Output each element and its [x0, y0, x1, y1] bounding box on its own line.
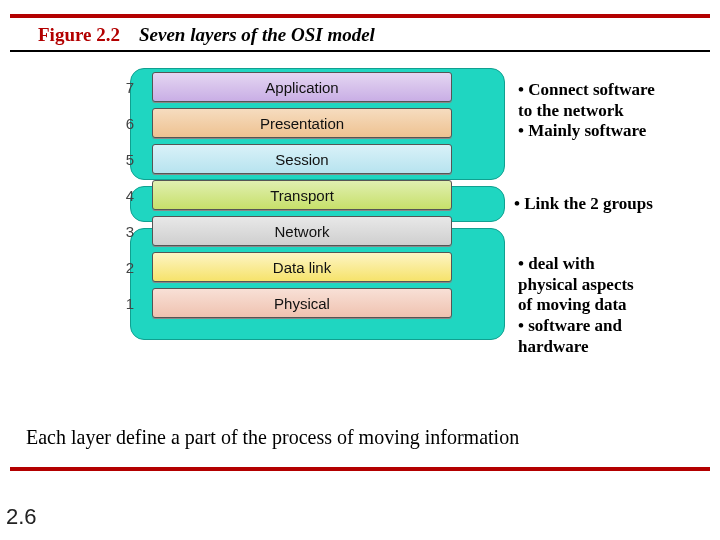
- layer-row: 5 Session: [98, 144, 498, 174]
- layer-number: 4: [98, 187, 134, 204]
- note-line: hardware: [518, 337, 698, 358]
- note-line: • software and: [518, 316, 698, 337]
- note-line: physical aspects: [518, 275, 698, 296]
- top-rule: [10, 14, 710, 18]
- note-line: • deal with: [518, 254, 698, 275]
- layer-session: Session: [152, 144, 452, 174]
- layer-row: 7 Application: [98, 72, 498, 102]
- layer-network: Network: [152, 216, 452, 246]
- title-underline: [10, 50, 710, 52]
- layer-number: 6: [98, 115, 134, 132]
- note-line: • Link the 2 groups: [514, 194, 694, 215]
- layer-number: 2: [98, 259, 134, 276]
- page-number: 2.6: [6, 504, 37, 530]
- layer-row: 2 Data link: [98, 252, 498, 282]
- diagram-stage: 7 Application 6 Presentation 5 Session 4…: [18, 66, 702, 426]
- layer-number: 5: [98, 151, 134, 168]
- figure-caption: Seven layers of the OSI model: [139, 24, 375, 45]
- layer-row: 1 Physical: [98, 288, 498, 318]
- layer-presentation: Presentation: [152, 108, 452, 138]
- layer-number: 7: [98, 79, 134, 96]
- layer-application: Application: [152, 72, 452, 102]
- note-line: of moving data: [518, 295, 698, 316]
- summary-text: Each layer define a part of the process …: [26, 426, 694, 449]
- layer-stack: 7 Application 6 Presentation 5 Session 4…: [98, 72, 498, 324]
- note-upper: • Connect software to the network • Main…: [518, 80, 698, 142]
- layer-datalink: Data link: [152, 252, 452, 282]
- layer-number: 3: [98, 223, 134, 240]
- layer-row: 3 Network: [98, 216, 498, 246]
- layer-row: 4 Transport: [98, 180, 498, 210]
- layer-transport: Transport: [152, 180, 452, 210]
- figure-title: Figure 2.2 Seven layers of the OSI model: [38, 24, 682, 46]
- note-transport: • Link the 2 groups: [514, 194, 694, 215]
- layer-row: 6 Presentation: [98, 108, 498, 138]
- note-line: • Connect software: [518, 80, 698, 101]
- layer-physical: Physical: [152, 288, 452, 318]
- note-line: • Mainly software: [518, 121, 698, 142]
- layer-number: 1: [98, 295, 134, 312]
- note-lower: • deal with physical aspects of moving d…: [518, 254, 698, 358]
- note-line: to the network: [518, 101, 698, 122]
- bottom-rule: [10, 467, 710, 471]
- figure-label: Figure 2.2: [38, 24, 120, 45]
